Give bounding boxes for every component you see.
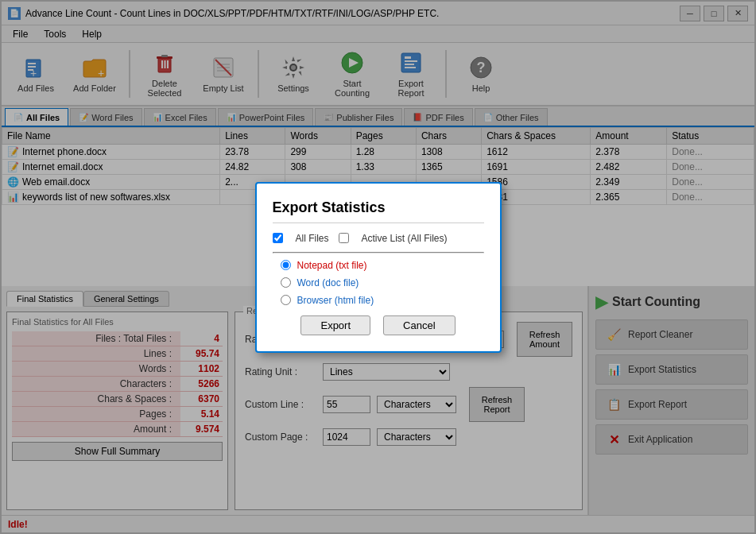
browser-radio-label: Browser (html file) [297,295,374,306]
modal-buttons: Export Cancel [273,315,484,335]
word-radio-row: Word (doc file) [273,277,484,288]
modal-export-button[interactable]: Export [300,315,370,335]
word-radio[interactable] [281,277,291,288]
notepad-radio-row: Notepad (txt file) [273,260,484,271]
active-list-checkbox-label: Active List (All Files) [362,233,448,244]
modal-files-row: All Files Active List (All Files) [273,233,484,244]
modal-cancel-button[interactable]: Cancel [383,315,455,335]
browser-radio-row: Browser (html file) [273,295,484,306]
browser-radio[interactable] [281,295,291,305]
modal-title: Export Statistics [273,199,484,223]
app-window: 📄 Advance Line Count - Count Lines in DO… [0,0,756,534]
active-list-checkbox[interactable] [339,233,349,243]
notepad-radio[interactable] [281,260,291,270]
all-files-checkbox-label: All Files [296,233,329,244]
word-radio-label: Word (doc file) [297,277,359,288]
export-statistics-modal: Export Statistics All Files Active List … [255,182,502,353]
notepad-radio-label: Notepad (txt file) [297,260,367,271]
modal-overlay: Export Statistics All Files Active List … [2,2,754,532]
all-files-checkbox[interactable] [273,233,283,243]
